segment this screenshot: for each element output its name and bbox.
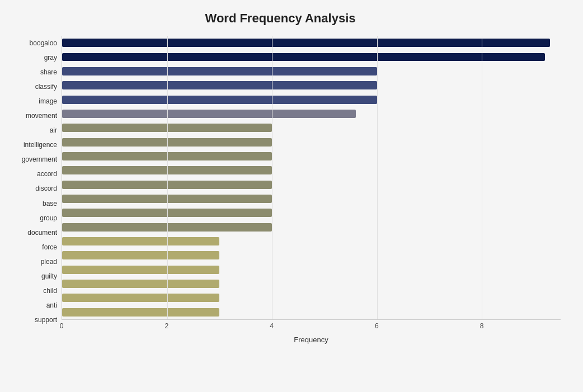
bar-row — [62, 234, 561, 248]
x-tick-label: 8 — [480, 322, 484, 330]
y-axis-label: base — [43, 200, 57, 207]
bar — [62, 280, 219, 288]
y-axis-label: support — [35, 317, 57, 323]
bar — [62, 39, 550, 47]
x-tick-label: 0 — [60, 322, 64, 330]
bar-row — [62, 291, 561, 305]
bar-row — [62, 64, 561, 78]
y-axis-label: accord — [37, 171, 57, 177]
bar-row — [62, 248, 561, 262]
bar-row — [62, 149, 561, 163]
y-axis-label: image — [39, 98, 57, 105]
y-axis-label: group — [40, 215, 57, 221]
bar — [62, 209, 272, 217]
bars-inner — [62, 36, 561, 320]
bar — [62, 110, 356, 118]
bar — [62, 152, 272, 160]
bar-row — [62, 177, 561, 191]
y-axis-label: discord — [35, 185, 57, 192]
y-axis-label: anti — [46, 302, 57, 309]
bars-area: 02468 Frequency — [62, 36, 561, 344]
y-axis-label: air — [50, 127, 57, 134]
bar — [62, 67, 377, 75]
x-tick-label: 6 — [375, 322, 379, 330]
y-axis-label: force — [42, 244, 57, 251]
chart-area: boogaloograyshareclassifyimagemovementai… — [11, 36, 561, 344]
bar-row — [62, 121, 561, 135]
x-bottom: 02468 Frequency — [62, 320, 561, 344]
y-axis-label: child — [43, 287, 57, 294]
bar — [62, 166, 272, 174]
bar — [62, 266, 219, 274]
bar — [62, 251, 219, 259]
y-axis-label: government — [22, 156, 57, 163]
bar — [62, 181, 272, 189]
y-axis-label: classify — [35, 83, 57, 90]
bar-row — [62, 78, 561, 92]
bar — [62, 53, 545, 62]
bar — [62, 237, 219, 245]
bar — [62, 294, 219, 302]
y-axis: boogaloograyshareclassifyimagemovementai… — [11, 36, 62, 344]
bar-row — [62, 107, 561, 121]
bar — [62, 138, 272, 147]
bar — [62, 308, 219, 317]
y-axis-label: document — [27, 229, 57, 236]
bar — [62, 96, 377, 104]
y-axis-label: gray — [44, 54, 57, 61]
bar — [62, 124, 272, 132]
bar — [62, 81, 377, 89]
bar-row — [62, 206, 561, 220]
x-tick-label: 4 — [270, 322, 274, 330]
x-axis-labels: 02468 — [62, 322, 561, 333]
bar-row — [62, 36, 561, 50]
chart-container: Word Frequency Analysis boogaloograyshar… — [0, 0, 583, 392]
bar-row — [62, 135, 561, 149]
y-axis-label: plead — [41, 258, 57, 265]
bar-row — [62, 277, 561, 291]
x-tick-label: 2 — [164, 322, 168, 330]
bar-row — [62, 50, 561, 64]
y-axis-label: guilty — [41, 273, 57, 280]
bar-row — [62, 92, 561, 106]
bar-row — [62, 163, 561, 177]
bar-row — [62, 192, 561, 206]
bar-row — [62, 305, 561, 319]
bar-row — [62, 263, 561, 277]
y-axis-label: intelligence — [23, 141, 57, 148]
y-axis-label: share — [40, 69, 57, 75]
y-axis-label: boogaloo — [30, 40, 57, 46]
y-axis-label: movement — [26, 112, 57, 119]
bar-row — [62, 220, 561, 234]
bar — [62, 195, 272, 203]
x-axis-title: Frequency — [62, 336, 561, 344]
bar — [62, 223, 272, 232]
chart-title: Word Frequency Analysis — [11, 11, 561, 26]
